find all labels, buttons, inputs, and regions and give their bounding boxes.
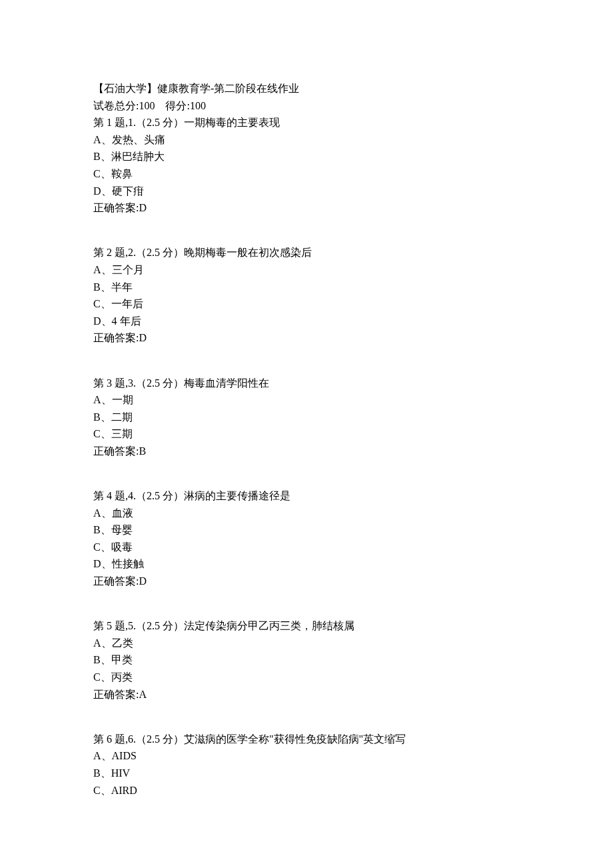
spacer [93,217,520,245]
question-text: 晚期梅毒一般在初次感染后 [184,247,312,258]
option-b: B、甲类 [93,651,520,669]
option-b: B、淋巴结肿大 [93,148,520,165]
spacer [93,703,520,731]
question-stem: 第 1 题,1.（2.5 分）一期梅毒的主要表现 [93,114,520,131]
question-prefix: 第 1 题,1.（2.5 分） [93,117,184,128]
option-a: A、发热、头痛 [93,131,520,149]
option-a: A、血液 [93,505,520,522]
answer-label: 正确答案:A [93,686,520,703]
question-text: 淋病的主要传播途径是 [184,490,291,501]
question-text: 艾滋病的医学全称"获得性免疫缺陷病"英文缩写 [184,733,406,745]
option-a: A、AIDS [93,747,520,765]
question-3: 第 3 题,3.（2.5 分）梅毒血清学阳性在 A、一期 B、二期 C、三期 正… [93,375,520,460]
option-c: C、丙类 [93,669,520,686]
question-text: 一期梅毒的主要表现 [184,117,280,128]
score-get: 得分:100 [165,100,205,111]
question-prefix: 第 6 题,6.（2.5 分） [93,733,184,745]
option-b: B、HIV [93,765,520,782]
question-prefix: 第 2 题,2.（2.5 分） [93,247,184,258]
option-c: C、吸毒 [93,539,520,556]
question-text: 梅毒血清学阳性在 [184,377,269,389]
option-b: B、半年 [93,279,520,296]
question-stem: 第 2 题,2.（2.5 分）晚期梅毒一般在初次感染后 [93,244,520,261]
question-prefix: 第 5 题,5.（2.5 分） [93,620,184,631]
option-d: D、4 年后 [93,313,520,330]
option-c: C、AIRD [93,782,520,799]
option-b: B、母婴 [93,521,520,539]
page-title: 【石油大学】健康教育学-第二阶段在线作业 [93,80,520,97]
option-a: A、三个月 [93,261,520,279]
option-a: A、乙类 [93,635,520,652]
question-5: 第 5 题,5.（2.5 分）法定传染病分甲乙丙三类，肺结核属 A、乙类 B、甲… [93,617,520,703]
question-text: 法定传染病分甲乙丙三类，肺结核属 [184,620,354,631]
score-total: 试卷总分:100 [93,100,155,111]
option-d: D、硬下疳 [93,183,520,200]
spacer [93,347,520,375]
option-a: A、一期 [93,391,520,409]
question-stem: 第 3 题,3.（2.5 分）梅毒血清学阳性在 [93,375,520,392]
answer-label: 正确答案:D [93,573,520,590]
question-prefix: 第 3 题,3.（2.5 分） [93,377,184,389]
question-2: 第 2 题,2.（2.5 分）晚期梅毒一般在初次感染后 A、三个月 B、半年 C… [93,244,520,347]
option-c: C、一年后 [93,295,520,313]
answer-label: 正确答案:D [93,199,520,217]
option-b: B、二期 [93,409,520,426]
option-c: C、鞍鼻 [93,165,520,183]
answer-label: 正确答案:B [93,443,520,460]
option-d: D、性接触 [93,555,520,573]
score-line: 试卷总分:100 得分:100 [93,97,520,115]
question-prefix: 第 4 题,4.（2.5 分） [93,490,184,501]
question-stem: 第 6 题,6.（2.5 分）艾滋病的医学全称"获得性免疫缺陷病"英文缩写 [93,731,520,748]
question-4: 第 4 题,4.（2.5 分）淋病的主要传播途径是 A、血液 B、母婴 C、吸毒… [93,487,520,590]
question-6: 第 6 题,6.（2.5 分）艾滋病的医学全称"获得性免疫缺陷病"英文缩写 A、… [93,731,520,799]
option-c: C、三期 [93,425,520,443]
spacer [93,590,520,618]
question-stem: 第 4 题,4.（2.5 分）淋病的主要传播途径是 [93,487,520,505]
question-1: 第 1 题,1.（2.5 分）一期梅毒的主要表现 A、发热、头痛 B、淋巴结肿大… [93,114,520,217]
answer-label: 正确答案:D [93,329,520,347]
spacer [93,459,520,487]
question-stem: 第 5 题,5.（2.5 分）法定传染病分甲乙丙三类，肺结核属 [93,617,520,635]
